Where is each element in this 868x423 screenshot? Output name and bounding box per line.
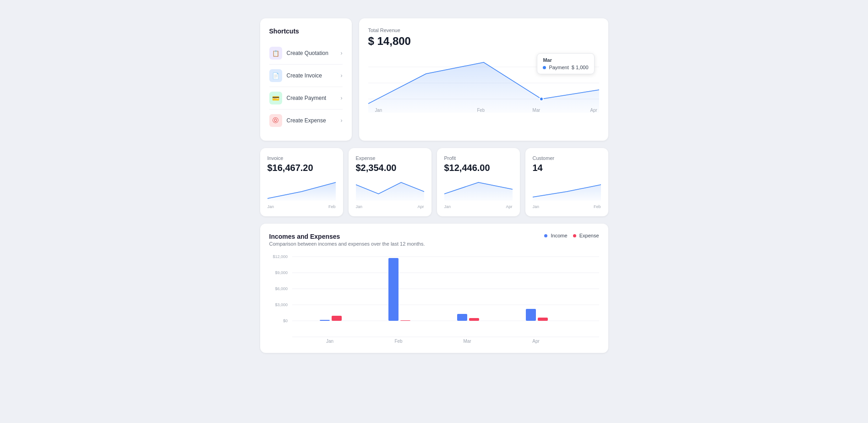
svg-text:$9,000: $9,000 (275, 270, 288, 275)
svg-text:Mar: Mar (463, 339, 471, 344)
shortcut-left-expense: ⓪ Create Expense (269, 114, 326, 127)
bar-apr-income (526, 309, 536, 321)
income-title: Incomes and Expenses (269, 233, 425, 240)
stat-customer: Customer 14 Jan Feb (525, 148, 608, 216)
stat-invoice-value: $16,467.20 (267, 163, 336, 173)
shortcut-left-invoice: 📄 Create Invoice (269, 69, 322, 82)
revenue-tooltip: Mar Payment $ 1,000 (537, 53, 594, 74)
tooltip-payment-row: Payment $ 1,000 (543, 65, 588, 70)
revenue-chart-container: Mar Payment $ 1,000 (368, 53, 599, 113)
svg-text:Feb: Feb (477, 108, 485, 113)
stat-expense-label: Expense (356, 155, 424, 161)
shortcuts-list: 📋 Create Quotation › 📄 Create Invoice › … (269, 42, 343, 132)
bar-mar-income (457, 314, 467, 321)
bar-apr-expense (538, 318, 548, 321)
stat-expense-value: $2,354.00 (356, 163, 424, 173)
svg-text:$12,000: $12,000 (273, 254, 288, 259)
shortcut-item-payment[interactable]: 💳 Create Payment › (269, 87, 343, 110)
chart-legend: Income Expense (544, 233, 599, 238)
svg-point-4 (540, 97, 543, 101)
shortcut-left-quotation: 📋 Create Quotation (269, 47, 328, 60)
shortcut-left-payment: 💳 Create Payment (269, 92, 327, 104)
stat-invoice: Invoice $16,467.20 Jan Feb (260, 148, 343, 216)
profit-x-labels: Jan Apr (444, 204, 513, 209)
stat-customer-label: Customer (533, 155, 601, 161)
shortcuts-title: Shortcuts (269, 27, 343, 35)
expense-x-labels: Jan Apr (356, 204, 424, 209)
tooltip-dot (543, 66, 546, 69)
invoice-mini-chart (267, 178, 336, 201)
income-title-group: Incomes and Expenses Comparison between … (269, 233, 425, 247)
svg-text:Apr: Apr (532, 339, 540, 344)
tooltip-payment-label: Payment (549, 65, 568, 70)
expense-mini-chart (356, 178, 424, 201)
revenue-label: Total Revenue (368, 27, 599, 33)
stat-invoice-label: Invoice (267, 155, 336, 161)
legend-expense: Expense (573, 233, 599, 238)
tooltip-month: Mar (543, 57, 588, 63)
legend-income-label: Income (551, 233, 568, 238)
bar-jan-expense (332, 316, 342, 321)
legend-expense-label: Expense (579, 233, 599, 238)
shortcut-label-invoice: Create Invoice (287, 72, 322, 79)
legend-income-dot (544, 234, 547, 237)
invoice-x-labels: Jan Feb (267, 204, 336, 209)
svg-text:Jan: Jan (375, 108, 382, 113)
bar-chart-area: $12,000 $9,000 $6,000 $3,000 $0 (269, 252, 599, 344)
stats-row: Invoice $16,467.20 Jan Feb Expense $2,3 (260, 148, 608, 216)
shortcut-item-invoice[interactable]: 📄 Create Invoice › (269, 65, 343, 87)
svg-marker-10 (356, 182, 424, 201)
shortcut-icon-expense: ⓪ (269, 114, 282, 127)
shortcut-arrow-quotation: › (341, 50, 343, 56)
stat-profit-label: Profit (444, 155, 513, 161)
stat-expense: Expense $2,354.00 Jan Apr (349, 148, 431, 216)
income-expenses-card: Incomes and Expenses Comparison between … (260, 224, 608, 353)
svg-text:Feb: Feb (394, 339, 403, 344)
revenue-card: Total Revenue $ 14,800 Mar Payment $ 1,0… (359, 18, 608, 141)
svg-text:$0: $0 (283, 319, 287, 323)
shortcuts-card: Shortcuts 📋 Create Quotation › 📄 Create … (260, 18, 352, 141)
shortcut-icon-invoice: 📄 (269, 69, 282, 82)
shortcut-item-quotation[interactable]: 📋 Create Quotation › (269, 42, 343, 65)
income-header: Incomes and Expenses Comparison between … (269, 233, 599, 247)
svg-text:Mar: Mar (532, 108, 540, 113)
bar-jan-income (320, 320, 330, 321)
shortcut-label-quotation: Create Quotation (287, 50, 328, 56)
legend-income: Income (544, 233, 567, 238)
shortcut-label-expense: Create Expense (287, 117, 326, 124)
customer-x-labels: Jan Feb (533, 204, 601, 209)
shortcut-label-payment: Create Payment (287, 95, 327, 101)
bar-feb-income (388, 258, 399, 321)
stat-profit-value: $12,446.00 (444, 163, 513, 173)
customer-mini-chart (533, 178, 601, 201)
stat-profit: Profit $12,446.00 Jan Apr (437, 148, 520, 216)
shortcut-item-expense[interactable]: ⓪ Create Expense › (269, 110, 343, 132)
stat-customer-value: 14 (533, 163, 601, 173)
legend-expense-dot (573, 234, 576, 237)
svg-text:$3,000: $3,000 (275, 302, 288, 307)
svg-text:$6,000: $6,000 (275, 286, 288, 291)
tooltip-payment-value: $ 1,000 (572, 65, 589, 70)
income-expense-bar-chart: $12,000 $9,000 $6,000 $3,000 $0 (269, 252, 599, 344)
income-subtitle: Comparison between incomes and expenses … (269, 241, 425, 247)
bar-feb-expense (400, 320, 410, 321)
profit-mini-chart (444, 178, 513, 201)
shortcut-icon-payment: 💳 (269, 92, 282, 104)
shortcut-icon-quotation: 📋 (269, 47, 282, 60)
shortcut-arrow-invoice: › (341, 72, 343, 79)
svg-text:Apr: Apr (590, 108, 597, 113)
shortcut-arrow-payment: › (341, 95, 343, 101)
svg-text:Jan: Jan (326, 339, 333, 344)
svg-marker-11 (444, 182, 513, 201)
bar-mar-expense (469, 318, 479, 321)
shortcut-arrow-expense: › (341, 117, 343, 124)
revenue-value: $ 14,800 (368, 35, 599, 48)
